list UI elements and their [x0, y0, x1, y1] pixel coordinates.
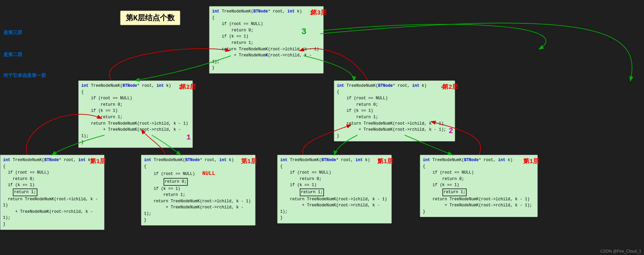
code-box-bot-center-right: int TreeNodeNumK(BTNode* root, int k) { …: [277, 155, 392, 224]
watermark: CSDN @Fire_Cloud_1: [600, 249, 641, 254]
side-label-3: 是第三层: [3, 30, 22, 36]
side-label-1: 对于它来说是第一层: [3, 73, 46, 79]
code-box-top: int TreeNodeNumK(BTNode* root, int k) { …: [209, 6, 324, 74]
code-box-bot-center-left: int TreeNodeNumK(BTNode* root, int k) { …: [141, 155, 256, 226]
title-box: 第K层结点个数: [120, 10, 181, 26]
code-box-mid-left: int TreeNodeNumK(BTNode* root, int k) { …: [78, 80, 193, 148]
side-label-2: 是第二层: [3, 52, 22, 58]
code-box-bot-far-right: int TreeNodeNumK(BTNode* root, int k) { …: [420, 155, 538, 217]
code-box-bot-far-left: int TreeNodeNumK(BTNode* root, int k) { …: [0, 155, 105, 230]
code-box-mid-right: int TreeNodeNumK(BTNode* root, int k) { …: [334, 80, 455, 142]
